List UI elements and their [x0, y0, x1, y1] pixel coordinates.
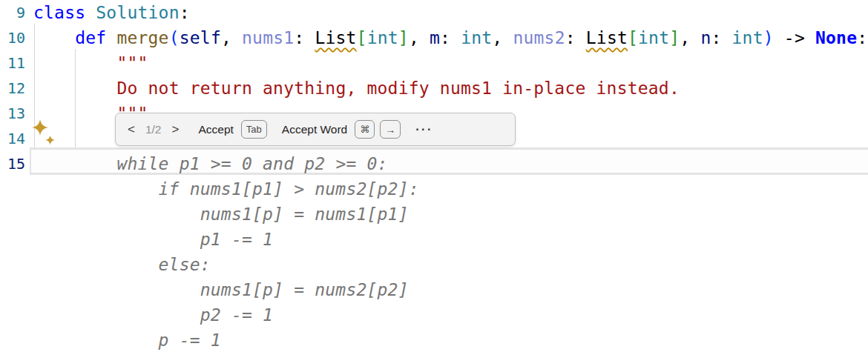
- code-token: merge: [116, 28, 168, 47]
- code-text[interactable]: class Solution:: [33, 0, 190, 25]
- code-token: [33, 154, 116, 173]
- code-token: :: [857, 28, 867, 47]
- code-token: int: [732, 28, 763, 47]
- code-token: int: [638, 28, 669, 47]
- code-token: n: [700, 28, 711, 47]
- accept-button[interactable]: Accept: [198, 123, 233, 136]
- ai-sparkle-icon[interactable]: [32, 119, 57, 147]
- code-token: """: [116, 53, 148, 73]
- ghost-text: while p1 >= 0 and p2 >= 0:: [116, 154, 387, 173]
- line-number: 13: [0, 101, 25, 126]
- code-text[interactable]: """: [33, 50, 148, 76]
- code-token: None: [815, 28, 857, 47]
- code-editor: 9class Solution:10 def merge(self, nums1…: [0, 0, 868, 352]
- code-token: Solution: [96, 3, 179, 22]
- line-number: 12: [0, 76, 25, 101]
- right-arrow-keycap: →: [380, 120, 401, 139]
- line-number: 11: [0, 50, 25, 76]
- ghost-code-line: p -= 1: [0, 328, 868, 352]
- accept-word-button[interactable]: Accept Word: [282, 123, 347, 136]
- line-number: 10: [0, 25, 25, 50]
- next-suggestion-button[interactable]: >: [172, 123, 180, 136]
- code-token: class: [33, 3, 85, 22]
- code-token: ): [763, 28, 774, 47]
- code-token: ]: [398, 28, 409, 47]
- ghost-code-line: else:: [0, 252, 868, 277]
- ghost-code-line: nums1[p] = nums1[p1]: [0, 202, 868, 227]
- line-number: 15: [0, 151, 25, 176]
- inline-suggestion-toolbar: < 1/2 > Accept Tab Accept Word ⌘ → ···: [115, 113, 516, 146]
- code-token: ->: [774, 28, 815, 47]
- code-token: nums2: [513, 28, 565, 47]
- code-token: [33, 53, 116, 73]
- code-token: :: [565, 28, 586, 47]
- previous-suggestion-button[interactable]: <: [128, 123, 135, 136]
- ghost-text: p -= 1: [33, 328, 221, 352]
- code-token: ,: [492, 28, 513, 47]
- code-token: List: [586, 28, 628, 47]
- code-token: [: [357, 28, 367, 47]
- line-number: 9: [0, 0, 25, 25]
- ghost-text: else:: [33, 252, 211, 277]
- code-text[interactable]: while p1 >= 0 and p2 >= 0:: [33, 151, 388, 176]
- code-token: self: [180, 28, 221, 47]
- code-token: [106, 28, 116, 47]
- code-token: :: [180, 3, 190, 22]
- ghost-text: nums1[p] = nums1[p1]: [33, 202, 409, 227]
- code-token: m: [430, 28, 440, 47]
- ghost-code-line: p2 -= 1: [0, 302, 868, 328]
- code-token: ,: [680, 28, 700, 47]
- ghost-text: nums1[p] = nums2[p2]: [33, 277, 409, 302]
- suggestion-pagination: 1/2: [145, 123, 162, 136]
- tab-keycap: Tab: [241, 120, 267, 139]
- code-token: :: [440, 28, 461, 47]
- code-line: 10 def merge(self, nums1: List[int], m: …: [0, 25, 868, 50]
- code-token: int: [367, 28, 398, 47]
- code-token: ,: [221, 28, 242, 47]
- code-line: 11 """: [0, 50, 868, 76]
- code-token: Do not return anything, modify nums1 in-…: [116, 79, 680, 98]
- line-number: 14: [0, 126, 25, 151]
- ghost-text: if nums1[p1] > nums2[p2]:: [33, 176, 419, 202]
- code-token: [85, 3, 96, 22]
- code-token: :: [294, 28, 315, 47]
- ghost-text: p1 -= 1: [33, 227, 273, 252]
- code-token: :: [711, 28, 731, 47]
- code-line: 15 while p1 >= 0 and p2 >= 0:: [0, 151, 868, 176]
- ghost-text: p2 -= 1: [33, 302, 273, 328]
- ghost-code-line: p1 -= 1: [0, 227, 868, 252]
- code-token: List: [315, 28, 356, 47]
- code-token: nums1: [242, 28, 294, 47]
- code-text[interactable]: def merge(self, nums1: List[int], m: int…: [33, 25, 867, 50]
- code-token: ]: [669, 28, 680, 47]
- code-token: def: [75, 28, 106, 47]
- ghost-code-line: nums1[p] = nums2[p2]: [0, 277, 868, 302]
- code-line: 9class Solution:: [0, 0, 868, 25]
- code-token: (: [169, 28, 180, 47]
- code-token: ,: [409, 28, 430, 47]
- code-token: int: [461, 28, 492, 47]
- code-line: 12 Do not return anything, modify nums1 …: [0, 76, 868, 101]
- code-token: [33, 28, 75, 47]
- code-text[interactable]: Do not return anything, modify nums1 in-…: [33, 76, 680, 101]
- command-keycap: ⌘: [355, 120, 375, 139]
- ghost-code-line: if nums1[p1] > nums2[p2]:: [0, 176, 868, 202]
- code-token: [33, 79, 116, 98]
- more-actions-button[interactable]: ···: [415, 123, 433, 136]
- code-token: [: [628, 28, 638, 47]
